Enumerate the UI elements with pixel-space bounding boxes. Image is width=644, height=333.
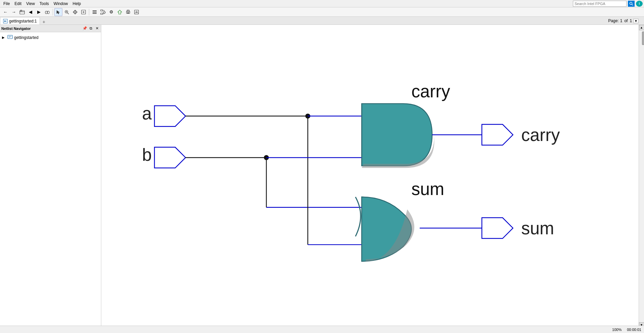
zoom-region-button[interactable]	[79, 8, 88, 16]
svg-rect-19	[101, 13, 103, 14]
export-button[interactable]	[116, 8, 124, 16]
svg-point-0	[630, 2, 632, 4]
schematic-svg: a b	[101, 25, 639, 328]
zoom-in-button[interactable]	[63, 8, 71, 16]
status-right: 100% 00:00:01	[612, 328, 641, 332]
input-b-label: b	[142, 145, 152, 164]
tree-item-gettingstarted[interactable]: ▶ gettingstarted	[1, 34, 100, 41]
menu-help[interactable]: Help	[71, 1, 83, 7]
tab-gettingstarted[interactable]: gettingstarted:1	[0, 17, 40, 25]
output-carry-label: carry	[521, 125, 560, 145]
sidebar-pin-button[interactable]: 📌	[82, 26, 88, 31]
and-gate[interactable]	[362, 104, 432, 166]
time-display: 00:00:01	[627, 328, 641, 332]
svg-rect-27	[127, 10, 129, 11]
print-button[interactable]	[124, 8, 132, 16]
next-page-button[interactable]: ▶	[35, 8, 43, 16]
page-of: of	[624, 18, 628, 23]
svg-rect-26	[127, 12, 129, 13]
svg-rect-16	[93, 13, 97, 14]
tab-label: gettingstarted:1	[9, 19, 37, 23]
netlist-view-button[interactable]	[91, 8, 99, 16]
svg-rect-14	[93, 10, 97, 11]
carry-label: carry	[412, 82, 450, 101]
sidebar-content: ▶ gettingstarted	[0, 32, 101, 333]
prev-page-button[interactable]: ◀	[26, 8, 35, 16]
sum-label: sum	[412, 179, 444, 199]
svg-rect-34	[121, 25, 619, 328]
page-current: 1	[620, 18, 623, 23]
add-tab-button[interactable]: +	[41, 19, 47, 25]
tabs-area: gettingstarted:1 + Page: 1 of 1 ▼	[0, 17, 644, 25]
canvas-area[interactable]: a b	[101, 25, 639, 328]
search-icon	[628, 1, 635, 7]
svg-rect-15	[93, 12, 97, 12]
zoom-level: 100%	[612, 328, 622, 332]
schematic-tab-icon	[3, 19, 8, 23]
page-total: 1	[630, 18, 632, 23]
page-controls: Page: 1 of 1 ▼	[608, 17, 639, 25]
sidebar-title: Netlist Navigator	[1, 27, 31, 31]
menu-edit[interactable]: Edit	[12, 1, 23, 7]
tree-arrow-icon: ▶	[2, 36, 6, 39]
search-container: i	[573, 1, 643, 7]
menu-file[interactable]: File	[1, 1, 12, 7]
toolbar: ← → ◀ ▶ ⚙	[0, 7, 644, 17]
svg-rect-18	[103, 12, 105, 13]
scroll-thumb-v[interactable]	[642, 32, 644, 45]
toolbar-separator-2	[89, 9, 89, 15]
scroll-up-button[interactable]: ▲	[639, 25, 644, 30]
svg-line-8	[67, 13, 69, 14]
tree-item-label: gettingstarted	[14, 35, 39, 40]
output-sum-label: sum	[521, 219, 554, 238]
page-label: Page:	[608, 18, 619, 23]
menu-window[interactable]: Window	[52, 1, 70, 7]
canvas-container: a b	[101, 25, 644, 333]
select-button[interactable]	[54, 8, 62, 16]
svg-rect-31	[8, 35, 12, 39]
forward-button[interactable]: →	[10, 8, 18, 16]
settings-button[interactable]: ⚙	[107, 8, 115, 16]
pan-button[interactable]	[71, 8, 79, 16]
svg-line-1	[632, 4, 633, 5]
canvas-with-scrollbar: a b	[101, 25, 644, 328]
sidebar-float-button[interactable]: ⧉	[88, 26, 94, 31]
menubar: File Edit View Tools Window Help i	[0, 0, 644, 7]
back-button[interactable]: ←	[1, 8, 9, 16]
sidebar: Netlist Navigator 📌 ⧉ ✕ ▶ gettingstarted	[0, 25, 101, 333]
statusbar: 100% 00:00:01	[0, 326, 644, 333]
binoculars-button[interactable]	[43, 8, 51, 16]
toolbar-separator-1	[53, 9, 53, 15]
save-image-button[interactable]	[132, 8, 141, 16]
sidebar-controls: 📌 ⧉ ✕	[82, 26, 100, 31]
svg-rect-17	[101, 10, 103, 11]
sidebar-header: Netlist Navigator 📌 ⧉ ✕	[0, 25, 101, 32]
svg-rect-28	[135, 10, 139, 14]
menu-view[interactable]: View	[24, 1, 37, 7]
open-button[interactable]	[18, 8, 26, 16]
vertical-scrollbar[interactable]: ▲ ▼	[639, 25, 644, 328]
svg-point-4	[45, 11, 47, 14]
search-profile-icon[interactable]: i	[636, 1, 643, 7]
svg-point-5	[47, 11, 49, 14]
hierarchy-button[interactable]	[99, 8, 107, 16]
sidebar-close-button[interactable]: ✕	[94, 26, 100, 31]
search-input[interactable]	[573, 1, 627, 7]
svg-marker-24	[118, 10, 122, 14]
main-area: Netlist Navigator 📌 ⧉ ✕ ▶ gettingstarted	[0, 25, 644, 333]
tree-node-icon	[7, 34, 13, 41]
page-dropdown-button[interactable]: ▼	[633, 19, 639, 23]
input-a-label: a	[142, 104, 152, 123]
menu-tools[interactable]: Tools	[38, 1, 51, 7]
